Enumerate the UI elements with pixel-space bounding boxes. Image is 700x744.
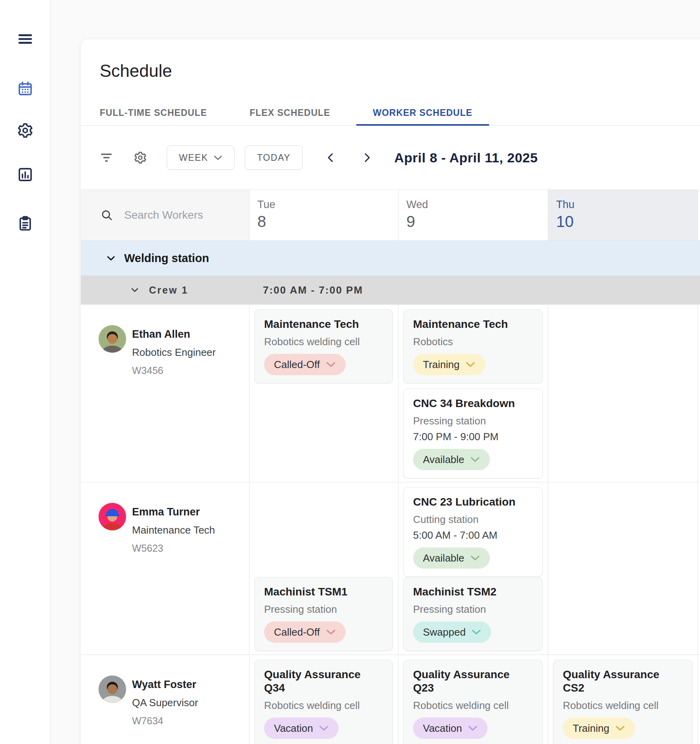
search-input[interactable] <box>124 209 238 221</box>
shift-card-quality-assurance-q34[interactable]: Quality Assurance Q34Robotics welding ce… <box>254 660 393 744</box>
chevron-down-icon <box>471 629 481 635</box>
day-cell-wed: Quality Assurance Q23Robotics welding ce… <box>398 655 548 744</box>
shift-card-maintenance-tech[interactable]: Maintenance TechRoboticsTraining <box>403 309 543 383</box>
shift-title: Machinist TSM1 <box>264 585 383 599</box>
card-header: Schedule FULL-TIME SCHEDULEFLEX SCHEDULE… <box>81 39 700 126</box>
crew-label: Crew 1 <box>149 285 188 296</box>
app-root: Schedule FULL-TIME SCHEDULEFLEX SCHEDULE… <box>0 0 700 744</box>
bar-chart-icon[interactable] <box>16 166 34 184</box>
shift-station: Robotics welding cell <box>413 699 533 711</box>
shift-station: Pressing station <box>413 415 533 427</box>
day-cell-wed: CNC 23 LubricationCutting station5:00 AM… <box>398 482 548 655</box>
view-select-button[interactable]: WEEK <box>167 145 235 170</box>
status-label: Vacation <box>423 722 462 735</box>
tab-full-time-schedule[interactable]: FULL-TIME SCHEDULE <box>83 100 223 125</box>
clipboard-icon[interactable] <box>16 214 34 232</box>
day-name: Wed <box>406 198 548 211</box>
status-chip-training[interactable]: Training <box>413 354 485 375</box>
shift-time: 7:00 PM - 9:00 PM <box>413 431 533 443</box>
worker-role: Maintenance Tech <box>132 521 215 539</box>
shift-station: Robotics welding cell <box>264 336 383 348</box>
shift-station: Robotics welding cell <box>563 699 683 711</box>
chevron-down-icon <box>326 629 336 635</box>
crew-group-row[interactable]: Crew 1 7:00 AM - 7:00 PM <box>81 275 700 305</box>
shift-card-quality-assurance-q23[interactable]: Quality Assurance Q23Robotics welding ce… <box>403 660 543 744</box>
tab-bar: FULL-TIME SCHEDULEFLEX SCHEDULEWORKER SC… <box>81 100 700 126</box>
calendar-icon[interactable] <box>16 80 34 98</box>
crew-shift-time: 7:00 AM - 7:00 PM <box>249 275 698 305</box>
status-label: Swapped <box>423 626 465 638</box>
avatar <box>99 675 126 703</box>
worker-row-ethan-allen: Ethan Allen Robotics Engineer W3456 Main… <box>81 305 700 482</box>
status-label: Available <box>423 454 464 466</box>
chevron-down-icon[interactable] <box>130 285 140 295</box>
shift-title: Machinist TSM2 <box>413 585 533 599</box>
sidebar <box>0 0 50 744</box>
status-chip-training[interactable]: Training <box>563 718 635 739</box>
avatar <box>99 503 126 530</box>
status-chip-vacation[interactable]: Vacation <box>413 718 488 739</box>
schedule-card: Schedule FULL-TIME SCHEDULEFLEX SCHEDULE… <box>81 39 700 744</box>
shift-station: Robotics <box>413 336 533 348</box>
status-label: Available <box>423 552 464 564</box>
grid-header-row: Tue 8 Wed 9 Thu 10 <box>81 190 700 241</box>
prev-week-button[interactable] <box>325 152 337 164</box>
day-column-header-wed: Wed 9 <box>398 190 548 240</box>
chevron-down-icon <box>470 457 480 462</box>
toolbar: WEEK TODAY April 8 - April 11, 2025 <box>81 126 700 190</box>
chevron-down-icon[interactable] <box>106 253 116 264</box>
status-chip-available[interactable]: Available <box>413 449 490 470</box>
shift-title: Maintenance Tech <box>264 318 383 331</box>
settings-icon[interactable] <box>134 151 147 164</box>
shift-station: Pressing station <box>264 603 383 615</box>
menu-icon[interactable] <box>16 30 34 48</box>
shift-card-machinist-tsm2[interactable]: Machinist TSM2Pressing stationSwapped <box>403 577 543 651</box>
header-edge-cell <box>698 190 700 240</box>
day-number: 8 <box>257 212 398 231</box>
filter-icon[interactable] <box>100 151 113 164</box>
shift-station: Pressing station <box>413 603 533 615</box>
day-cell-wed: Maintenance TechRoboticsTrainingCNC 34 B… <box>398 305 548 482</box>
status-chip-called-off[interactable]: Called-Off <box>264 621 346 643</box>
tab-flex-schedule[interactable]: FLEX SCHEDULE <box>233 100 347 125</box>
day-column-header-thu: Thu 10 <box>548 190 698 240</box>
next-week-button[interactable] <box>361 152 373 164</box>
day-cell-thu <box>548 305 698 482</box>
status-chip-swapped[interactable]: Swapped <box>413 621 491 643</box>
shift-card-quality-assurance-cs2[interactable]: Quality Assurance CS2Robotics welding ce… <box>553 660 693 744</box>
station-group-row[interactable]: Welding station <box>81 241 700 275</box>
chevron-down-icon <box>326 362 336 367</box>
worker-row-emma-turner: Emma Turner Maintenance Tech W5623 Machi… <box>81 482 700 655</box>
station-label: Welding station <box>124 252 209 265</box>
shift-station: Robotics welding cell <box>264 699 383 711</box>
day-name: Tue <box>257 198 398 211</box>
shift-card-machinist-tsm1[interactable]: Machinist TSM1Pressing stationCalled-Off <box>254 577 393 651</box>
status-chip-called-off[interactable]: Called-Off <box>264 354 346 375</box>
gear-icon[interactable] <box>16 121 34 140</box>
chevron-down-icon <box>319 725 329 731</box>
today-button[interactable]: TODAY <box>245 145 303 170</box>
chevron-down-icon <box>470 555 480 561</box>
shift-station: Cutting station <box>413 513 533 525</box>
shift-title: Quality Assurance Q34 <box>264 668 383 695</box>
status-label: Called-Off <box>274 359 320 371</box>
worker-info-cell: Emma Turner Maintenance Tech W5623 <box>81 482 249 655</box>
status-chip-available[interactable]: Available <box>413 547 490 569</box>
day-cell-tue: Machinist TSM1Pressing stationCalled-Off <box>249 482 398 655</box>
shift-card-cnc-23-lubrication[interactable]: CNC 23 LubricationCutting station5:00 AM… <box>403 487 543 577</box>
row-edge-cell <box>698 305 700 482</box>
chevron-down-icon <box>468 725 478 731</box>
status-chip-vacation[interactable]: Vacation <box>264 718 339 739</box>
shift-card-maintenance-tech[interactable]: Maintenance TechRobotics welding cellCal… <box>254 309 393 383</box>
worker-name: Wyatt Foster <box>132 675 198 694</box>
day-column-header-tue: Tue 8 <box>249 190 398 240</box>
shift-title: CNC 34 Breakdown <box>413 397 533 410</box>
chevron-down-icon <box>615 725 625 731</box>
shift-card-cnc-34-breakdown[interactable]: CNC 34 BreakdownPressing station7:00 PM … <box>403 389 543 478</box>
worker-name: Emma Turner <box>132 503 215 521</box>
day-number: 9 <box>406 212 548 231</box>
page-title: Schedule <box>100 59 700 83</box>
shift-title: Quality Assurance Q23 <box>413 668 533 695</box>
day-cell-tue: Maintenance TechRobotics welding cellCal… <box>249 305 398 482</box>
tab-worker-schedule[interactable]: WORKER SCHEDULE <box>356 100 489 125</box>
